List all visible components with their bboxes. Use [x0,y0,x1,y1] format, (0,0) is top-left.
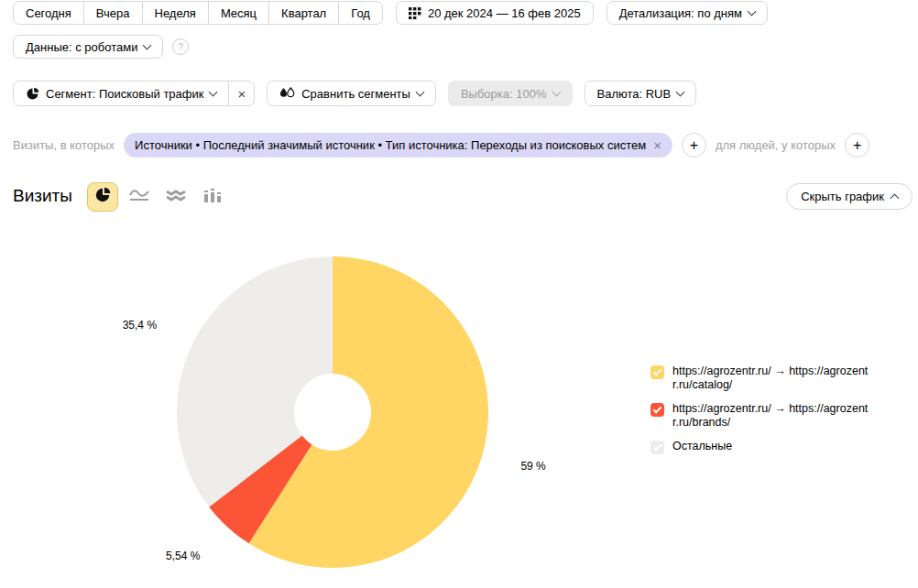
legend-checkbox-1[interactable] [650,403,664,417]
close-icon: × [237,86,246,102]
segment-group: Сегмент: Поисковый трафик × [13,81,255,106]
legend-checkbox-0[interactable] [650,365,664,379]
chevron-down-icon [748,7,757,16]
people-filter-label: для людей, у которых [716,138,836,152]
compare-segments-button[interactable]: Сравнить сегменты [267,81,436,106]
plus-icon: + [690,137,698,154]
currency-label: Валюта: RUB [597,87,672,101]
legend-item-1[interactable]: https://agrozentr.ru/ → https://agrozent… [650,402,874,430]
chart-type-line-button[interactable] [124,182,155,212]
sampling-label: Выборка: 100% [461,87,547,101]
check-icon [653,405,662,414]
legend-item-2[interactable]: Остальные [650,440,874,454]
chart-type-columns-button[interactable] [197,182,228,212]
chart-type-switcher [87,182,228,212]
data-mode-row: Данные: с роботами ? [13,35,189,59]
data-mode-label: Данные: с роботами [26,40,137,54]
calendar-grid-icon [409,6,421,19]
chart-type-pie-button[interactable] [87,182,118,212]
column-chart-icon [202,188,223,206]
detalization-label: Детализация: по дням [619,6,742,20]
legend-item-0[interactable]: https://agrozentr.ru/ → https://agrozent… [650,365,874,392]
stacked-area-icon [165,188,187,206]
visits-donut-chart: 59 %5,54 %35,4 % [0,236,623,588]
filters-row: Визиты, в которых Источники • Последний … [13,133,869,158]
add-people-condition-button[interactable]: + [845,133,869,158]
remove-segment-button[interactable]: × [228,81,255,106]
line-chart-icon [128,188,150,206]
chevron-down-icon [415,88,424,97]
pie-slice-label-1: 5,54 % [166,550,201,562]
close-icon[interactable]: × [653,138,661,152]
date-range-button[interactable]: 20 дек 2024 — 16 фев 2025 [396,1,594,25]
visits-filter-label: Визиты, в которых [13,138,115,152]
date-range-label: 20 дек 2024 — 16 фев 2025 [428,6,581,20]
legend-label-1: https://agrozentr.ru/ → https://agrozent… [672,402,874,430]
plus-icon: + [853,137,861,154]
period-button-5[interactable]: Год [338,1,383,25]
chevron-down-icon [676,88,685,97]
segment-filter-chip[interactable]: Источники • Последний значимый источник … [124,133,672,158]
hide-chart-label: Скрыть график [801,190,884,203]
legend-checkbox-2[interactable] [650,441,664,454]
period-button-2[interactable]: Неделя [142,1,209,25]
period-button-3[interactable]: Месяц [208,1,269,25]
check-icon [653,442,662,452]
pie-icon [26,87,39,101]
chart-legend: https://agrozentr.ru/ → https://agrozent… [650,365,874,464]
chevron-down-icon [209,88,218,97]
legend-label-2: Остальные [672,440,732,454]
hide-chart-button[interactable]: Скрыть график [786,183,913,210]
segment-label: Сегмент: Поисковый трафик [46,87,203,101]
pie-chart-icon [94,187,111,207]
detalization-button[interactable]: Детализация: по дням [607,1,768,25]
sampling-button[interactable]: Выборка: 100% [448,81,573,106]
compare-segments-label: Сравнить сегменты [301,87,410,101]
period-button-1[interactable]: Вчера [83,1,143,25]
segment-filter-chip-label: Источники • Последний значимый источник … [135,138,646,152]
currency-button[interactable]: Валюта: RUB [585,81,697,106]
chevron-down-icon [143,41,152,50]
period-button-0[interactable]: Сегодня [13,1,84,25]
toolbar-row: СегодняВчераНеделяМесяцКварталГод 20 дек… [13,1,768,25]
check-icon [653,367,662,376]
segment-button[interactable]: Сегмент: Поисковый трафик [13,81,229,106]
legend-label-0: https://agrozentr.ru/ → https://agrozent… [672,365,874,392]
chevron-down-icon [552,88,561,97]
help-icon[interactable]: ? [172,38,189,55]
add-visit-condition-button[interactable]: + [682,133,706,158]
chevron-up-icon [891,194,900,203]
chart-type-stacked-button[interactable] [160,182,191,212]
data-mode-button[interactable]: Данные: с роботами [13,35,163,59]
metric-title: Визиты [13,186,72,206]
period-button-4[interactable]: Квартал [268,1,339,25]
pie-slice-label-2: 35,4 % [123,319,158,332]
pie-slice-label-0: 59 % [520,460,546,473]
period-button-group: СегодняВчераНеделяМесяцКварталГод [13,1,383,25]
water-drops-icon [279,87,295,100]
segment-row: Сегмент: Поисковый трафик × Сравнить сег… [13,81,696,106]
